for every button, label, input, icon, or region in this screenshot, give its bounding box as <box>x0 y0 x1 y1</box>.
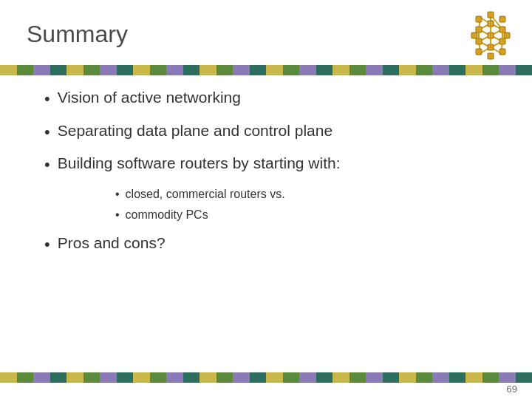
bullet-2-text: Separating data plane and control plane <box>58 120 332 141</box>
sub-bullet-3-1-text: closed, commercial routers vs. <box>126 186 285 202</box>
sub-bullet-3-1-dot: • <box>115 186 120 202</box>
bullet-4-text: Pros and cons? <box>58 233 166 253</box>
bullet-4-dot: • <box>44 233 50 256</box>
svg-rect-25 <box>488 53 494 59</box>
svg-rect-38 <box>488 33 494 38</box>
svg-rect-31 <box>476 49 482 55</box>
bullet-3-text: Building software routers by starting wi… <box>58 153 341 174</box>
bullet-1-text: Vision of active networking <box>58 87 241 108</box>
svg-rect-37 <box>476 27 482 33</box>
svg-rect-34 <box>499 38 505 44</box>
bullet-2-dot: • <box>44 121 50 143</box>
svg-rect-32 <box>488 21 494 27</box>
top-border-strip <box>0 65 532 75</box>
slide: Summary <box>0 0 532 399</box>
bullet-3: • Building software routers by starting … <box>44 153 488 176</box>
svg-rect-27 <box>471 33 477 38</box>
svg-rect-33 <box>499 27 505 33</box>
svg-rect-28 <box>499 16 505 22</box>
bottom-border-strip <box>0 372 532 383</box>
sub-bullets-3: • closed, commercial routers vs. • commo… <box>80 186 488 222</box>
svg-rect-30 <box>476 16 482 22</box>
sub-bullet-3-2-text: commodity PCs <box>126 207 208 223</box>
content-area: • Vision of active networking • Separati… <box>44 87 488 266</box>
svg-rect-36 <box>476 38 482 44</box>
svg-rect-26 <box>504 33 510 38</box>
page-number: 69 <box>507 383 517 395</box>
sub-bullet-3-1: • closed, commercial routers vs. <box>115 186 488 202</box>
svg-rect-24 <box>488 12 494 18</box>
bullet-3-dot: • <box>44 154 50 176</box>
bullet-1-dot: • <box>44 88 50 110</box>
svg-rect-35 <box>488 44 494 50</box>
slide-title: Summary <box>27 21 128 48</box>
sub-bullet-3-2-dot: • <box>115 207 120 223</box>
network-icon <box>464 9 517 62</box>
sub-bullet-3-2: • commodity PCs <box>115 207 488 223</box>
bullet-4: • Pros and cons? <box>44 233 488 256</box>
svg-rect-29 <box>499 49 505 55</box>
bullet-1: • Vision of active networking <box>44 87 488 110</box>
bullet-2: • Separating data plane and control plan… <box>44 120 488 143</box>
